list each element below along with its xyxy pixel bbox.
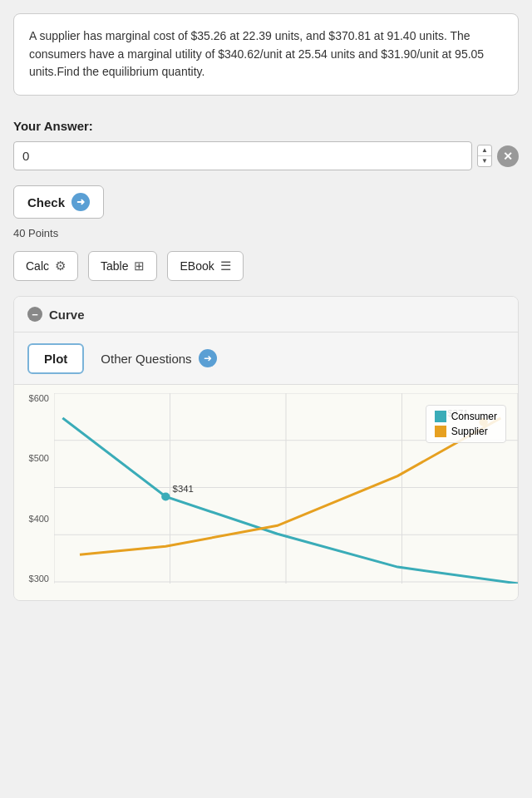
table-label: Table [101,259,128,273]
annotation-341: $341 [173,485,194,495]
ebook-label: EBook [180,259,214,273]
clear-button[interactable]: ✕ [497,145,519,167]
points-label: 40 Points [13,227,519,239]
curve-title: Curve [49,308,85,322]
gear-icon: ⚙ [55,259,66,273]
tab-plot-label: Plot [44,352,67,366]
legend-color-supplier [435,426,446,437]
ebook-button[interactable]: EBook ☰ [167,251,243,281]
check-arrow-icon: ➜ [71,193,90,211]
consumer-dot-341 [161,493,170,501]
legend: Consumer Supplier [426,405,506,443]
tab-other-label: Other Questions [101,352,191,366]
question-box: A supplier has marginal cost of $35.26 a… [13,13,519,96]
legend-label-consumer: Consumer [451,411,497,422]
spin-button[interactable]: ▲ ▼ [477,145,492,168]
close-icon: ✕ [503,150,513,163]
chart-inner: $600 $500 $400 $300 [14,385,518,600]
y-axis-labels: $600 $500 $400 $300 [14,385,54,600]
calc-button[interactable]: Calc ⚙ [13,251,78,281]
legend-item-consumer: Consumer [435,411,497,422]
y-label-400: $400 [14,514,54,524]
book-icon: ☰ [220,259,231,273]
other-arrow-icon: ➜ [199,349,217,367]
tool-buttons-row: Calc ⚙ Table ⊞ EBook ☰ [13,251,519,281]
curve-tabs: Plot Other Questions ➜ [14,332,518,384]
spin-up-icon[interactable]: ▲ [478,145,491,156]
legend-color-consumer [435,411,446,422]
table-button[interactable]: Table ⊞ [88,251,157,281]
grid-icon: ⊞ [134,259,145,273]
y-label-300: $300 [14,574,54,584]
tab-plot[interactable]: Plot [27,343,84,374]
check-label: Check [27,195,65,209]
your-answer-section: Your Answer: ▲ ▼ ✕ Check ➜ 40 Points [13,119,519,239]
spin-down-icon[interactable]: ▼ [478,156,491,166]
question-text: A supplier has marginal cost of $35.26 a… [29,29,484,78]
page-wrapper: A supplier has marginal cost of $35.26 a… [0,0,532,614]
y-label-600: $600 [14,393,54,403]
collapse-icon[interactable]: − [27,307,42,322]
legend-item-supplier: Supplier [435,426,497,437]
y-label-500: $500 [14,453,54,463]
answer-input-row: ▲ ▼ ✕ [13,141,519,170]
calc-label: Calc [26,259,49,273]
check-button[interactable]: Check ➜ [13,185,104,219]
chart-area: $600 $500 $400 $300 [14,384,518,600]
answer-input[interactable] [13,141,472,170]
curve-section: − Curve Plot Other Questions ➜ $600 $500… [13,296,519,601]
your-answer-label: Your Answer: [13,119,519,133]
chart-plot: $341 $371 Consumer Supplier [54,393,518,584]
tab-other-questions[interactable]: Other Questions ➜ [92,342,224,374]
legend-label-supplier: Supplier [451,426,488,437]
curve-header: − Curve [14,297,518,332]
